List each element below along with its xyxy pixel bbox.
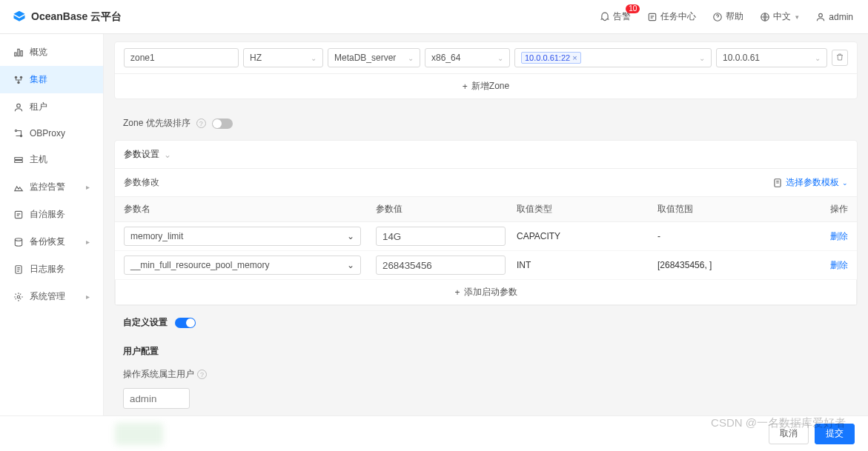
zone-server-val: MetaDB_server	[334, 53, 396, 63]
param-row: __min_full_resource_pool_memory⌄INT[2684…	[115, 251, 857, 280]
param-template-link[interactable]: 选择参数模板 ⌄	[772, 176, 848, 189]
nav-lang[interactable]: 中文 ▾	[757, 9, 802, 24]
nav-alert[interactable]: 告警 10	[597, 9, 634, 24]
param-type: INT	[517, 260, 657, 270]
zone-arch-val: x86_64	[431, 53, 460, 63]
sidebar-item-0[interactable]: 概览	[0, 39, 103, 66]
add-zone-label: 新增Zone	[471, 80, 509, 93]
param-section-head[interactable]: 参数设置⌄	[115, 141, 857, 169]
sidebar-item-label: 自治服务	[30, 208, 65, 221]
sidebar-item-5[interactable]: 监控告警▸	[0, 173, 103, 201]
zone-host-select[interactable]: 10.0.0.61:22× ⌄	[514, 48, 712, 67]
param-delete-link[interactable]: 删除	[830, 260, 848, 270]
svg-point-13	[15, 238, 21, 241]
side-icon	[13, 264, 24, 275]
chevron-down-icon: ⌄	[311, 54, 317, 62]
brand: OceanBase 云平台	[12, 10, 122, 24]
chevron-down-icon: ⌄	[815, 54, 821, 62]
sidebar-item-1[interactable]: 集群	[0, 66, 103, 93]
col-type: 取值类型	[517, 203, 657, 216]
custom-settings-switch[interactable]	[175, 318, 196, 328]
trash-icon	[835, 53, 844, 64]
zone-priority-switch[interactable]	[212, 118, 233, 129]
param-row: memory_limit⌄CAPACITY-删除	[115, 222, 857, 251]
zone-idc-select[interactable]: HZ⌄	[243, 48, 323, 67]
blurred-overlay	[115, 423, 163, 445]
help-icon[interactable]: ?	[196, 118, 206, 128]
user-config-title: 用户配置	[114, 341, 858, 365]
chevron-down-icon: ⌄	[347, 260, 354, 270]
param-name-select[interactable]: memory_limit⌄	[124, 227, 361, 246]
add-param-label: 添加启动参数	[464, 286, 517, 298]
host-tag-label: 10.0.0.61:22	[525, 53, 570, 62]
sidebar-item-6[interactable]: 自治服务	[0, 201, 103, 228]
globe-icon	[760, 12, 770, 22]
zone-idc-val: HZ	[250, 53, 262, 63]
sidebar-item-7[interactable]: 备份恢复▸	[0, 228, 103, 255]
delete-zone-button[interactable]	[832, 50, 848, 66]
nav-user-label: admin	[829, 12, 853, 22]
help-icon[interactable]: ?	[197, 370, 207, 379]
param-delete-link[interactable]: 删除	[830, 231, 848, 241]
side-icon	[13, 47, 24, 58]
zone-name-val: zone1	[130, 53, 155, 63]
svg-rect-0	[649, 13, 656, 20]
zone-priority-row: Zone 优先级排序 ?	[114, 107, 858, 140]
sidebar-item-3[interactable]: OBProxy	[0, 121, 103, 146]
help-icon	[712, 12, 723, 22]
sidebar-item-label: 监控告警	[30, 181, 65, 193]
col-name: 参数名	[124, 203, 376, 216]
sidebar-item-4[interactable]: 主机	[0, 146, 103, 173]
zone-arch-select[interactable]: x86_64⌄	[425, 48, 510, 67]
nav-user[interactable]: admin	[812, 10, 856, 24]
sidebar-item-8[interactable]: 日志服务	[0, 255, 103, 283]
sidebar: 概览集群租户OBProxy主机监控告警▸自治服务备份恢复▸日志服务系统管理▸	[0, 34, 104, 451]
sidebar-item-9[interactable]: 系统管理▸	[0, 283, 103, 310]
nav-help[interactable]: 帮助	[709, 9, 746, 24]
plus-icon: +	[463, 81, 468, 92]
custom-settings-label: 自定义设置	[123, 316, 168, 329]
submit-button[interactable]: 提交	[815, 424, 855, 444]
zone-root-select[interactable]: 10.0.0.61⌄	[716, 48, 827, 67]
svg-point-7	[17, 104, 21, 107]
param-value-input[interactable]	[376, 255, 506, 275]
nav-tasks[interactable]: 任务中心	[644, 9, 699, 24]
col-val: 参数值	[376, 203, 517, 216]
zone-server-select[interactable]: MetaDB_server⌄	[328, 48, 420, 67]
sidebar-item-2[interactable]: 租户	[0, 93, 103, 121]
sidebar-item-label: 概览	[30, 46, 47, 59]
side-icon	[13, 128, 24, 138]
add-param-button[interactable]: +添加启动参数	[115, 280, 857, 305]
caret-right-icon: ▸	[86, 183, 90, 191]
template-icon	[772, 178, 783, 188]
param-template-label: 选择参数模板	[786, 176, 839, 189]
os-user-input[interactable]	[123, 388, 190, 409]
nav-lang-label: 中文	[773, 10, 791, 23]
caret-right-icon: ▸	[86, 238, 90, 246]
col-range: 取值范围	[657, 203, 811, 216]
top-nav: 告警 10 任务中心 帮助 中文 ▾ admin	[597, 9, 856, 24]
sidebar-item-label: 备份恢复	[30, 235, 65, 248]
chevron-down-icon: ⌄	[497, 54, 503, 62]
custom-settings-row: 自定义设置	[114, 313, 858, 341]
tasks-icon	[647, 12, 657, 22]
user-icon	[815, 12, 826, 22]
svg-point-6	[17, 81, 20, 84]
svg-point-8	[15, 130, 16, 131]
svg-point-4	[15, 76, 18, 78]
add-zone-button[interactable]: +新增Zone	[115, 73, 857, 98]
zone-name-select[interactable]: zone1	[124, 48, 239, 67]
zone-root-val: 10.0.0.61	[723, 53, 760, 63]
chevron-down-icon: ⌄	[164, 150, 171, 160]
param-value-input[interactable]	[376, 227, 506, 246]
chevron-down-icon: ⌄	[347, 231, 354, 241]
svg-rect-12	[15, 211, 21, 218]
param-range: -	[657, 231, 811, 241]
chevron-down-icon: ⌄	[842, 179, 848, 187]
zone-row: zone1 HZ⌄ MetaDB_server⌄ x86_64⌄ 10.0.0.…	[115, 42, 857, 73]
cancel-button[interactable]: 取消	[769, 424, 809, 444]
host-tag[interactable]: 10.0.0.61:22×	[521, 52, 581, 64]
close-icon[interactable]: ×	[572, 53, 577, 62]
param-name-select[interactable]: __min_full_resource_pool_memory⌄	[124, 255, 361, 275]
side-icon	[13, 155, 24, 165]
